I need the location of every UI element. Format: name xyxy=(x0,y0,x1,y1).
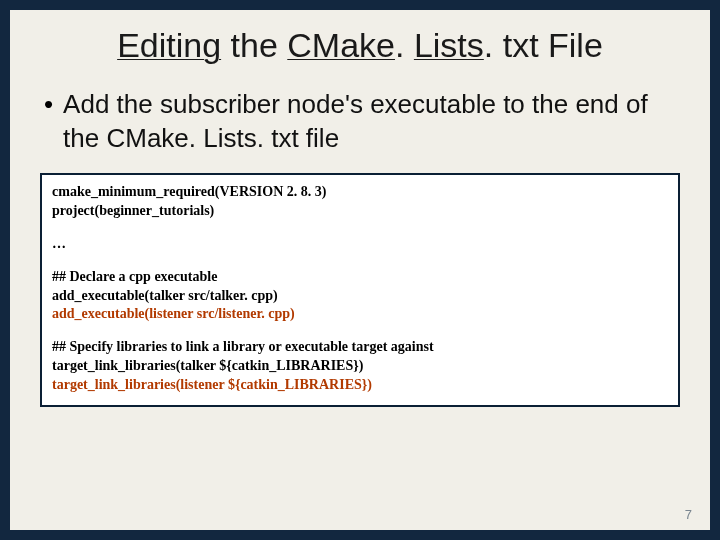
code-block: cmake_minimum_required(VERSION 2. 8. 3) … xyxy=(40,173,680,407)
bullet-text: Add the subscriber node's executable to … xyxy=(63,87,674,155)
title-word-cmake: CMake xyxy=(287,26,395,64)
code-line-6: ## Specify libraries to link a library o… xyxy=(52,338,668,357)
slide-body: Editing the CMake. Lists. txt File • Add… xyxy=(10,10,710,530)
title-sep-2: . xyxy=(395,26,414,64)
slide-frame: Editing the CMake. Lists. txt File • Add… xyxy=(0,0,720,540)
code-line-2: project(beginner_tutorials) xyxy=(52,202,668,221)
code-line-4: add_executable(talker src/talker. cpp) xyxy=(52,287,668,306)
code-line-5-highlight: add_executable(listener src/listener. cp… xyxy=(52,305,668,324)
code-line-7: target_link_libraries(talker ${catkin_LI… xyxy=(52,357,668,376)
bullet-dot-icon: • xyxy=(44,87,53,121)
code-block-link: ## Specify libraries to link a library o… xyxy=(52,338,668,395)
title-word-editing: Editing xyxy=(117,26,221,64)
title-word-lists: Lists xyxy=(414,26,484,64)
bullet-item: • Add the subscriber node's executable t… xyxy=(44,87,674,155)
code-block-exec: ## Declare a cpp executable add_executab… xyxy=(52,268,668,325)
code-line-3: ## Declare a cpp executable xyxy=(52,268,668,287)
page-number: 7 xyxy=(685,507,692,522)
title-sep-1: the xyxy=(221,26,287,64)
code-block-head: cmake_minimum_required(VERSION 2. 8. 3) … xyxy=(52,183,668,221)
slide-title: Editing the CMake. Lists. txt File xyxy=(38,26,682,65)
code-ellipsis: … xyxy=(52,235,668,254)
title-tail: . txt File xyxy=(484,26,603,64)
code-line-1: cmake_minimum_required(VERSION 2. 8. 3) xyxy=(52,183,668,202)
code-line-8-highlight: target_link_libraries(listener ${catkin_… xyxy=(52,376,668,395)
